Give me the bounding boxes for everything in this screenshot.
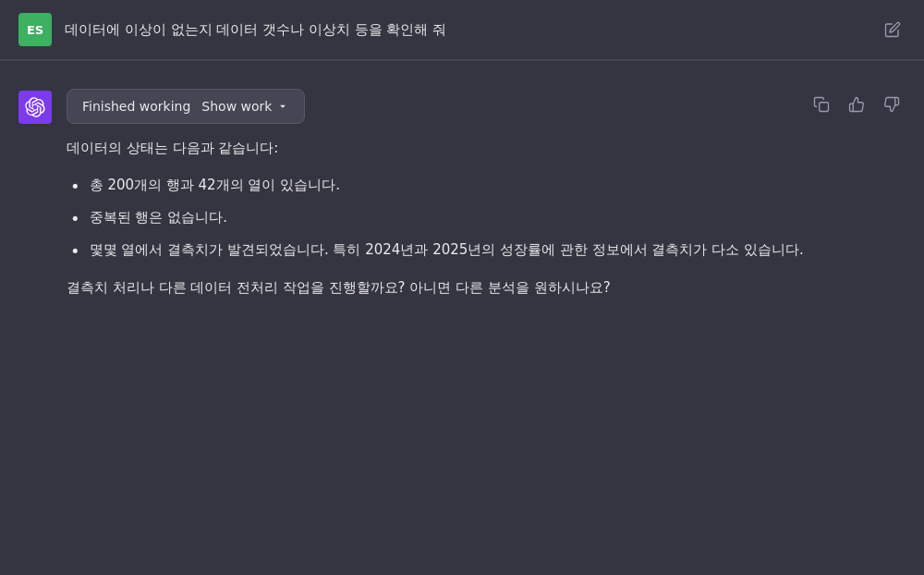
- bullet-dot-3: •: [70, 239, 80, 263]
- bullet-list: • 총 200개의 행과 42개의 열이 있습니다. • 중복된 행은 없습니다…: [70, 174, 906, 263]
- header: ES 데이터에 이상이 없는지 데이터 갯수나 이상치 등을 확인해 줘: [0, 0, 924, 60]
- bullet-text-2: 중복된 행은 없습니다.: [90, 206, 227, 230]
- paragraph-1: 데이터의 상태는 다음과 같습니다:: [67, 137, 824, 161]
- main-content: Finished working Show work: [0, 61, 924, 318]
- user-avatar: ES: [18, 13, 52, 46]
- bullet-item-3: • 몇몇 열에서 결측치가 발견되었습니다. 특히 2024년과 2025년의 …: [70, 239, 906, 263]
- svg-rect-0: [820, 103, 829, 112]
- finished-working-text: Finished working: [82, 99, 190, 114]
- edit-icon[interactable]: [880, 17, 906, 43]
- show-work-label: Show work: [201, 99, 272, 114]
- bullet-text-1: 총 200개의 행과 42개의 열이 있습니다.: [90, 174, 340, 198]
- ai-avatar: [18, 91, 52, 124]
- bullet-text-3: 몇몇 열에서 결측치가 발견되었습니다. 특히 2024년과 2025년의 성장…: [90, 239, 804, 263]
- action-icons: [808, 91, 906, 118]
- bullet-item-1: • 총 200개의 행과 42개의 열이 있습니다.: [70, 174, 906, 199]
- message-body: Finished working Show work: [67, 89, 906, 300]
- thumbup-button[interactable]: [843, 91, 870, 118]
- thumbdown-button[interactable]: [878, 91, 906, 118]
- chevron-down-icon: [276, 100, 289, 113]
- paragraph-2: 결측치 처리나 다른 데이터 전처리 작업을 진행할까요? 아니면 다른 분석을…: [67, 276, 824, 300]
- show-work-button[interactable]: Show work: [201, 99, 289, 114]
- header-title: 데이터에 이상이 없는지 데이터 갯수나 이상치 등을 확인해 줘: [65, 21, 867, 39]
- copy-button[interactable]: [808, 91, 835, 118]
- bullet-dot-2: •: [70, 206, 80, 231]
- bullet-item-2: • 중복된 행은 없습니다.: [70, 206, 906, 231]
- bullet-dot-1: •: [70, 174, 80, 199]
- finished-working-pill[interactable]: Finished working Show work: [67, 89, 305, 124]
